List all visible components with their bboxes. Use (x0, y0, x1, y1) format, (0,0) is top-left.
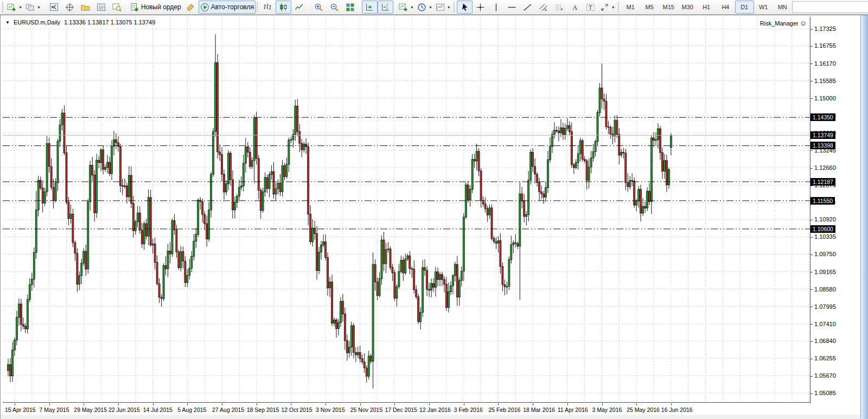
navigator-button[interactable] (78, 1, 93, 14)
time-axis[interactable]: 15 Apr 20157 May 201529 May 201522 Jun 2… (3, 403, 810, 415)
candlestick-plot[interactable] (3, 17, 810, 403)
autotrading-icon (200, 3, 209, 12)
x-axis-tick (84, 403, 84, 405)
x-axis-tick (360, 403, 361, 405)
chart-shift-icon (381, 3, 390, 12)
timeframe-m15-button[interactable]: M15 (659, 1, 678, 14)
zoom-out-button[interactable] (327, 1, 342, 14)
y-axis-tick-label: 1.16755 (810, 42, 836, 49)
timeframe-label: H1 (703, 4, 710, 10)
channel-button[interactable]: E (535, 1, 551, 14)
dropdown-caret-icon[interactable]: ▼ (447, 5, 451, 9)
periods-icon (417, 3, 426, 12)
chart-window: ▼ EURUSD.m,Daily 1.13336 1.13817 1.13075… (0, 15, 868, 419)
tile-windows-button[interactable] (342, 1, 358, 14)
timeframe-m5-button[interactable]: M5 (640, 1, 659, 14)
x-axis-tick (636, 403, 637, 405)
indicators-button[interactable]: ▼ (397, 1, 416, 14)
line-chart-button[interactable] (291, 1, 307, 14)
strategy-tester-icon (112, 3, 122, 12)
symbol-dropdown-arrow-icon[interactable]: ▼ (5, 20, 10, 25)
timeframe-m30-button[interactable]: M30 (678, 1, 697, 14)
crosshair-button[interactable] (473, 1, 488, 14)
new-order-button[interactable]: Новый ордер (129, 1, 183, 14)
auto-scroll-button[interactable] (362, 1, 378, 14)
data-window-icon (65, 3, 74, 12)
toolbar-gripper[interactable] (618, 2, 619, 12)
toolbar-group (311, 0, 358, 14)
x-axis-tick-label: 15 Apr 2015 (5, 407, 36, 413)
smiley-icon: ☺ (800, 19, 807, 27)
arrows-icon (600, 3, 609, 12)
strategy-tester-button[interactable] (109, 1, 125, 14)
templates-button[interactable]: ▼ (434, 1, 452, 14)
text-icon: A (570, 3, 579, 12)
vertical-line-button[interactable] (488, 1, 504, 14)
autotrading-button[interactable]: Авто-торговля (199, 1, 256, 14)
chart-shift-button[interactable] (378, 1, 393, 14)
x-axis-tick-label: 25 May 2016 (627, 407, 660, 413)
new-chart-button[interactable]: ▼ (5, 1, 24, 14)
trendline-icon (523, 3, 532, 12)
profiles-button[interactable]: ▼ (24, 1, 42, 14)
toolbar-gripper[interactable] (2, 2, 3, 12)
toolbar-gripper[interactable] (257, 2, 258, 12)
price-level-tag: 1.13398 (810, 142, 835, 149)
chart-title: ▼ EURUSD.m,Daily 1.13336 1.13817 1.13075… (5, 19, 155, 26)
timeframe-h1-button[interactable]: H1 (697, 1, 716, 14)
x-axis-tick (394, 403, 395, 405)
y-axis-tick-label: 1.16170 (810, 60, 836, 67)
toolbar-separator (360, 2, 360, 12)
text-button[interactable]: A (567, 1, 583, 14)
new-order-icon (130, 3, 139, 12)
dropdown-caret-icon[interactable]: ▼ (37, 5, 41, 9)
cursor-button[interactable] (457, 1, 473, 14)
data-window-button[interactable] (62, 1, 78, 14)
price-level-tag: 1.13749 (810, 131, 835, 139)
toolbar-group: ▼▼ (5, 0, 42, 14)
candle-wicks-layer (8, 34, 671, 388)
dropdown-caret-icon[interactable]: ▼ (18, 5, 22, 9)
dropdown-caret-icon[interactable]: ▼ (429, 5, 432, 9)
periods-button[interactable]: ▼ (416, 1, 434, 14)
fibonacci-button[interactable]: F (551, 1, 567, 14)
toolbar-group (46, 0, 125, 14)
timeframe-w1-button[interactable]: W1 (754, 1, 773, 14)
dropdown-caret-icon[interactable]: ▼ (611, 5, 615, 9)
x-axis-tick-label: 22 Jun 2015 (108, 407, 140, 413)
timeframe-d1-button[interactable]: D1 (735, 1, 754, 14)
terminal-button[interactable] (93, 1, 109, 14)
timeframe-m1-button[interactable]: M1 (621, 1, 640, 14)
metaeditor-button[interactable] (183, 1, 199, 14)
x-axis-tick (464, 403, 464, 405)
horizontal-line-button[interactable] (504, 1, 520, 14)
timeframe-mn-button[interactable]: MN (773, 1, 792, 14)
bar-chart-button[interactable] (260, 1, 276, 14)
zoom-in-button[interactable] (311, 1, 327, 14)
trendline-button[interactable] (520, 1, 535, 14)
svg-text:T: T (589, 4, 592, 10)
x-axis-tick (567, 403, 568, 405)
search-box[interactable] (792, 1, 868, 13)
vertical-scrollbar[interactable] (860, 15, 868, 419)
search-input[interactable] (795, 3, 868, 11)
timeframe-label: M15 (662, 4, 674, 10)
timeframe-label: M5 (646, 4, 654, 10)
main-toolbar: ▼▼Новый ордерАвто-торговля▼▼▼EFAT▼M1M5M1… (0, 0, 868, 15)
text-label-button[interactable]: T (583, 1, 598, 14)
toolbar-separator (126, 2, 127, 12)
timeframe-label: D1 (741, 4, 748, 10)
timeframe-h4-button[interactable]: H4 (716, 1, 735, 14)
navigator-icon (81, 3, 90, 12)
arrows-button[interactable]: ▼ (598, 1, 617, 14)
market-watch-button[interactable] (46, 1, 62, 14)
x-axis-tick-label: 18 Sep 2015 (247, 407, 279, 413)
y-axis-tick-label: 1.09165 (810, 269, 836, 275)
x-axis-tick (15, 403, 15, 405)
y-axis-tick-label: 1.08580 (810, 286, 836, 293)
mt4-terminal-window: ▼▼Новый ордерАвто-торговля▼▼▼EFAT▼M1M5M1… (0, 0, 868, 419)
dropdown-caret-icon[interactable]: ▼ (410, 5, 414, 9)
candlestick-button[interactable] (276, 1, 291, 14)
price-axis[interactable]: 1.173251.167551.161701.155851.150001.144… (810, 17, 861, 403)
toolbar-gripper[interactable] (454, 2, 455, 12)
